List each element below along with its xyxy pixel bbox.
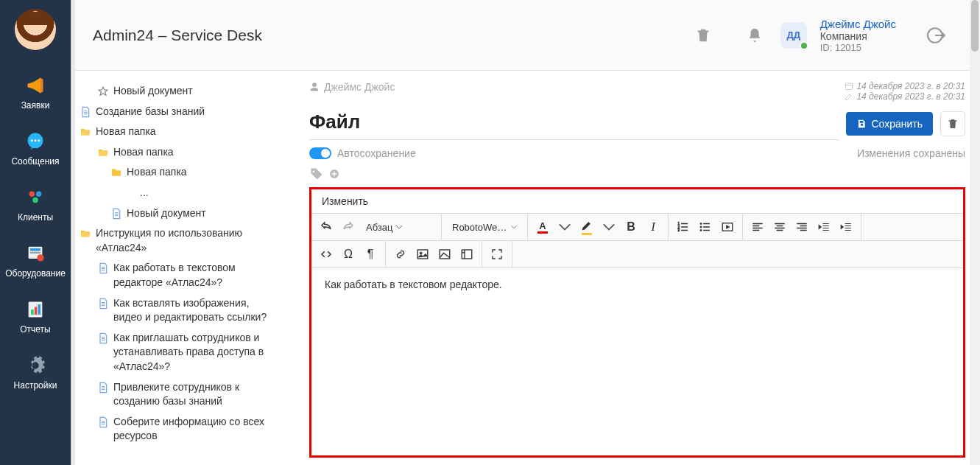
svg-rect-16 xyxy=(846,83,853,90)
gear-icon xyxy=(25,355,46,376)
fullscreen-button[interactable] xyxy=(487,244,507,265)
tree-item-label: Инструкция по использованию «Атлас24» xyxy=(96,226,278,255)
tree-item-label: ... xyxy=(140,186,149,200)
megaphone-icon xyxy=(25,75,46,96)
undo-button[interactable] xyxy=(316,217,336,237)
nav-clients[interactable]: Клиенты xyxy=(0,177,71,233)
outdent-button[interactable] xyxy=(814,217,834,237)
svg-point-4 xyxy=(29,192,35,197)
tree-item-label: Привлеките сотрудников к созданию базы з… xyxy=(113,380,278,409)
svg-point-26 xyxy=(420,252,422,254)
avatar[interactable] xyxy=(15,9,56,50)
svg-rect-12 xyxy=(31,310,34,315)
document-title-input[interactable] xyxy=(309,108,839,140)
align-right-button[interactable] xyxy=(792,217,812,237)
trash-button[interactable] xyxy=(688,20,719,51)
save-button[interactable]: Сохранить xyxy=(846,112,933,136)
tree-item-label: Соберите информацию со всех ресурсов xyxy=(113,415,278,444)
tree-item-label: Новый документ xyxy=(113,84,193,99)
user-company: Компания xyxy=(820,30,896,42)
iframe-button[interactable] xyxy=(456,244,477,265)
source-button[interactable] xyxy=(316,244,336,265)
align-left-button[interactable] xyxy=(747,217,768,237)
highlight-button[interactable] xyxy=(577,217,597,237)
tree-item[interactable]: Инструкция по использованию «Атлас24» xyxy=(75,223,283,258)
user-badge[interactable]: ДД xyxy=(780,22,807,49)
tree-item[interactable]: Новый документ xyxy=(75,203,283,224)
autosave-label: Автосохранение xyxy=(337,147,416,159)
svg-rect-14 xyxy=(38,304,41,315)
bold-button[interactable]: B xyxy=(621,217,641,237)
redo-button[interactable] xyxy=(338,217,359,237)
block-format-select[interactable]: Абзац xyxy=(360,222,437,233)
menu-edit[interactable]: Изменить xyxy=(311,189,963,214)
nav-label: Заявки xyxy=(21,100,50,111)
chevron-down-icon xyxy=(511,223,517,231)
nav-label: Сообщения xyxy=(11,156,59,167)
tree-item[interactable]: Новый документ xyxy=(75,81,283,102)
autosave-toggle[interactable] xyxy=(309,147,331,159)
delete-button[interactable] xyxy=(940,111,965,136)
text-color-button[interactable]: A xyxy=(532,217,553,237)
nav-label: Настройки xyxy=(14,380,57,391)
tree-item[interactable]: Соберите информацию со всех ресурсов xyxy=(75,412,283,447)
ordered-list-button[interactable]: 123 xyxy=(673,217,694,237)
tags-row[interactable] xyxy=(309,167,965,181)
text-color-caret[interactable] xyxy=(554,217,575,237)
tree-item[interactable]: Как работать в текстовом редакторе «Атла… xyxy=(75,258,283,293)
italic-button[interactable]: I xyxy=(643,217,663,237)
font-family-select[interactable]: RobotoWeb,H... xyxy=(446,222,523,233)
people-icon xyxy=(25,187,46,208)
nav-settings[interactable]: Настройки xyxy=(0,345,71,401)
tree-item[interactable]: Новая папка xyxy=(75,142,283,163)
svg-point-10 xyxy=(37,254,43,261)
svg-rect-28 xyxy=(462,250,472,259)
bell-button[interactable] xyxy=(739,20,770,51)
special-char-button[interactable]: Ω xyxy=(338,244,359,265)
svg-rect-13 xyxy=(35,307,38,315)
tree-item[interactable]: Как приглашать сотрудников и устанавлива… xyxy=(75,328,283,377)
tree-item[interactable]: Новая папка xyxy=(75,122,283,142)
tree-item[interactable]: Привлеките сотрудников к созданию базы з… xyxy=(75,377,283,412)
editor-pane: Джеймс Джойс 14 декабря 2023 г. в 20:31 … xyxy=(289,71,980,465)
author-label: Джеймс Джойс xyxy=(309,81,395,93)
vertical-scrollbar[interactable] xyxy=(970,0,980,465)
indent-button[interactable] xyxy=(836,217,856,237)
tree-item[interactable]: Новая папка xyxy=(75,162,283,183)
tree-item-label: Новая папка xyxy=(127,165,187,180)
tree-item-label: Как приглашать сотрудников и устанавлива… xyxy=(113,331,278,374)
link-button[interactable] xyxy=(390,244,411,265)
svg-point-21 xyxy=(700,223,702,224)
unordered-list-button[interactable] xyxy=(695,217,716,237)
tree-item[interactable]: Создание базы знаний xyxy=(75,102,283,122)
tree-item-label: Создание базы знаний xyxy=(96,105,205,119)
user-id: ID: 12015 xyxy=(820,42,896,53)
user-name: Джеймс Джойс xyxy=(820,18,896,30)
tree-item-label: Как вставлять изображения, видео и редак… xyxy=(113,296,278,325)
nav-label: Оборудование xyxy=(5,268,66,279)
align-center-button[interactable] xyxy=(769,217,790,237)
svg-point-2 xyxy=(34,139,36,141)
svg-rect-9 xyxy=(30,252,40,254)
highlight-caret[interactable] xyxy=(599,217,619,237)
svg-point-23 xyxy=(700,229,702,231)
paragraph-marks-button[interactable]: ¶ xyxy=(360,244,381,265)
dates: 14 декабря 2023 г. в 20:31 14 декабря 20… xyxy=(845,81,965,102)
user-block[interactable]: Джеймс Джойс Компания ID: 12015 xyxy=(820,18,896,53)
add-tag-icon[interactable] xyxy=(328,168,340,180)
image2-button[interactable] xyxy=(434,244,455,265)
reports-icon xyxy=(25,299,46,320)
tree-item[interactable]: ... xyxy=(75,183,283,203)
image-button[interactable] xyxy=(412,244,433,265)
nav-messages[interactable]: Сообщения xyxy=(0,121,71,177)
svg-rect-8 xyxy=(30,248,40,251)
toolbar-row-1: Абзац RobotoWeb,H... A xyxy=(311,214,963,241)
nav-reports[interactable]: Отчеты xyxy=(0,289,71,345)
editor-body[interactable]: Как работать в текстовом редакторе. xyxy=(311,268,963,455)
tree-item[interactable]: Как вставлять изображения, видео и редак… xyxy=(75,293,283,328)
nav-requests[interactable]: Заявки xyxy=(0,65,71,121)
tree-item-label: Новая папка xyxy=(113,145,174,160)
logout-button[interactable] xyxy=(921,20,952,51)
media-button[interactable] xyxy=(717,217,738,237)
nav-equipment[interactable]: Оборудование xyxy=(0,233,71,289)
